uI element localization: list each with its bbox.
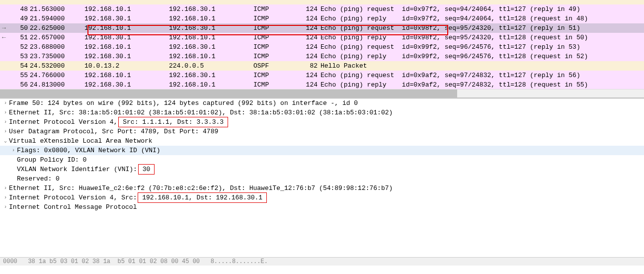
packet-no: 51 <box>14 33 30 42</box>
detail-frame[interactable]: ›Frame 50: 124 bytes on wire (992 bits),… <box>0 98 644 108</box>
highlight-vni: 30 <box>138 164 155 175</box>
packet-no: 53 <box>14 52 30 61</box>
chevron-right-icon[interactable]: › <box>10 146 17 155</box>
packet-row[interactable]: 5323.735000192.168.30.1192.168.10.1ICMP1… <box>0 52 644 61</box>
packet-row[interactable]: 5524.766000192.168.10.1192.168.30.1ICMP1… <box>0 71 644 80</box>
chevron-down-icon[interactable]: ⌄ <box>2 136 9 146</box>
packet-protocol: ICMP <box>253 52 301 61</box>
detail-udp[interactable]: ›User Datagram Protocol, Src Port: 4789,… <box>0 127 644 136</box>
detail-ip-outer[interactable]: ›Internet Protocol Version 4, Src: 1.1.1… <box>0 117 644 127</box>
packet-row[interactable] <box>0 0 644 4</box>
packet-destination: 192.168.10.1 <box>169 80 253 90</box>
detail-vxlan-flags[interactable]: ›Flags: 0x0800, VXLAN Network ID (VNI) <box>0 146 644 155</box>
packet-time: 21.563000 <box>30 4 84 14</box>
packet-no: 56 <box>14 80 30 90</box>
packet-row[interactable]: 5223.688000192.168.10.1192.168.30.1ICMP1… <box>0 42 644 52</box>
packet-length: 124 <box>301 80 321 90</box>
packet-arrow: → <box>0 23 14 33</box>
packet-protocol: ICMP <box>253 71 301 80</box>
packet-length: 82 <box>301 61 321 71</box>
packet-time: 23.735000 <box>30 52 84 61</box>
packet-row[interactable]: →5022.625000192.168.10.1192.168.30.1ICMP… <box>0 23 644 33</box>
packet-details-pane[interactable]: ›Frame 50: 124 bytes on wire (992 bits),… <box>0 98 644 257</box>
packet-no: 52 <box>14 42 30 52</box>
packet-protocol: ICMP <box>253 14 301 23</box>
packet-protocol: ICMP <box>253 33 301 42</box>
packet-no: 55 <box>14 71 30 80</box>
packet-time: 22.625000 <box>30 23 84 33</box>
packet-info: Echo (ping) request id=0x99f2, seq=96/24… <box>321 42 644 52</box>
packet-source: 192.168.10.1 <box>84 42 169 52</box>
packet-time: 24.813000 <box>30 80 84 90</box>
packet-source: 192.168.10.1 <box>84 23 169 33</box>
packet-arrow <box>0 71 14 80</box>
packet-length: 124 <box>301 14 321 23</box>
scrollbar-thumb[interactable] <box>0 90 457 97</box>
packet-info: Echo (ping) reply id=0x98f2, seq=95/2432… <box>321 33 644 42</box>
packet-length: 124 <box>301 71 321 80</box>
packet-arrow <box>0 61 14 71</box>
packet-info: Echo (ping) reply id=0x9af2, seq=97/2483… <box>321 80 644 90</box>
packet-destination: 192.168.30.1 <box>169 4 253 14</box>
packet-row[interactable]: 5424.53200010.0.13.2224.0.0.5OSPF82Hello… <box>0 61 644 71</box>
packet-protocol: ICMP <box>253 80 301 90</box>
packet-time: 24.766000 <box>30 71 84 80</box>
packet-arrow <box>0 80 14 90</box>
packet-source: 192.168.30.1 <box>84 14 169 23</box>
detail-icmp[interactable]: ›Internet Control Message Protocol <box>0 202 644 212</box>
packet-row[interactable]: 4821.563000192.168.10.1192.168.30.1ICMP1… <box>0 4 644 14</box>
packet-length: 124 <box>301 4 321 14</box>
packet-time: 22.657000 <box>30 33 84 42</box>
packet-info: Echo (ping) request id=0x97f2, seq=94/24… <box>321 4 644 14</box>
packet-source: 192.168.30.1 <box>84 52 169 61</box>
packet-no: 49 <box>14 14 30 23</box>
chevron-right-icon[interactable]: › <box>2 193 9 202</box>
highlight-ip-inner: 192.168.10.1, Dst: 192.168.30.1 <box>138 192 266 203</box>
detail-eth-inner[interactable]: ›Ethernet II, Src: HuaweiTe_c2:6e:f2 (70… <box>0 183 644 193</box>
chevron-right-icon[interactable]: › <box>2 202 9 212</box>
packet-time: 24.532000 <box>30 61 84 71</box>
packet-row[interactable]: 5624.813000192.168.30.1192.168.10.1ICMP1… <box>0 80 644 90</box>
packet-no: 48 <box>14 4 30 14</box>
hex-dump-bar: 0000 38 1a b5 03 01 02 38 1a b5 01 01 02… <box>0 257 644 266</box>
packet-row[interactable]: ←5122.657000192.168.30.1192.168.10.1ICMP… <box>0 33 644 42</box>
chevron-right-icon[interactable]: › <box>2 183 9 193</box>
packet-destination: 192.168.10.1 <box>169 52 253 61</box>
packet-arrow <box>0 14 14 23</box>
packet-destination: 192.168.30.1 <box>169 42 253 52</box>
chevron-right-icon[interactable]: › <box>2 108 9 117</box>
packet-source: 192.168.30.1 <box>84 80 169 90</box>
packet-info: Echo (ping) request id=0x98f2, seq=95/24… <box>321 23 644 33</box>
highlight-ip-outer: Src: 1.1.1.1, Dst: 3.3.3.3 <box>118 117 228 127</box>
detail-vxlan-vni[interactable]: VXLAN Network Identifier (VNI): 30 <box>0 165 644 174</box>
packet-destination: 224.0.0.5 <box>169 61 253 71</box>
packet-time: 21.594000 <box>30 14 84 23</box>
packet-arrow <box>0 52 14 61</box>
packet-arrow <box>0 42 14 52</box>
chevron-right-icon[interactable]: › <box>2 98 9 108</box>
packet-source: 192.168.30.1 <box>84 33 169 42</box>
packet-no: 54 <box>14 61 30 71</box>
detail-ip-inner[interactable]: ›Internet Protocol Version 4, Src: 192.1… <box>0 193 644 202</box>
packet-no: 50 <box>14 23 30 33</box>
packet-list-hscroll[interactable] <box>0 89 644 97</box>
packet-info: Echo (ping) reply id=0x97f2, seq=94/2406… <box>321 14 644 23</box>
detail-vxlan-reserved[interactable]: Reserved: 0 <box>0 174 644 183</box>
packet-info: Echo (ping) request id=0x9af2, seq=97/24… <box>321 71 644 80</box>
packet-destination: 192.168.10.1 <box>169 14 253 23</box>
packet-time: 23.688000 <box>30 42 84 52</box>
packet-length: 124 <box>301 33 321 42</box>
packet-info: Hello Packet <box>321 61 644 71</box>
detail-eth-outer[interactable]: ›Ethernet II, Src: 38:1a:b5:01:01:02 (38… <box>0 108 644 117</box>
packet-list-pane[interactable]: 4821.563000192.168.10.1192.168.30.1ICMP1… <box>0 0 644 98</box>
packet-source: 10.0.13.2 <box>84 61 169 71</box>
packet-arrow: ← <box>0 33 14 42</box>
detail-vxlan[interactable]: ⌄Virtual eXtensible Local Area Network <box>0 136 644 146</box>
packet-protocol: ICMP <box>253 23 301 33</box>
detail-vxlan-gpid[interactable]: Group Policy ID: 0 <box>0 155 644 165</box>
packet-source: 192.168.10.1 <box>84 4 169 14</box>
chevron-right-icon[interactable]: › <box>2 127 9 136</box>
packet-row[interactable]: 4921.594000192.168.30.1192.168.10.1ICMP1… <box>0 14 644 23</box>
packet-destination: 192.168.30.1 <box>169 23 253 33</box>
chevron-right-icon[interactable]: › <box>2 117 9 127</box>
